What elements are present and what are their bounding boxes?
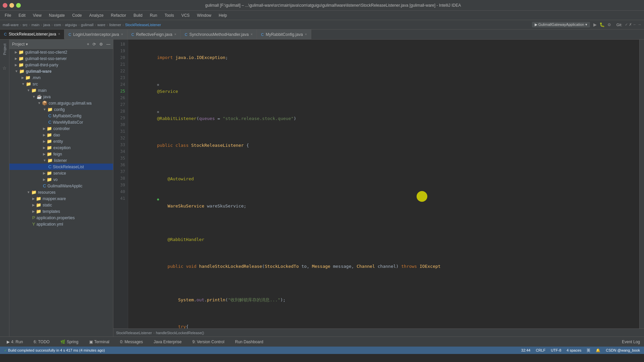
favorites-icon[interactable]: ☆ [1,64,8,72]
tree-item-com-package[interactable]: ▼ 📦 com.atguigu.gulimall.wa [9,100,113,106]
file-encoding[interactable]: UTF-8 [551,348,561,352]
menu-item-navigate[interactable]: Navigate [46,12,68,19]
debug-button[interactable]: 🐛 [599,22,605,27]
menu-item-analyze[interactable]: Analyze [86,12,107,19]
project-icon[interactable]: Project [2,42,7,56]
menu-item-run[interactable]: Run [147,12,161,19]
menu-item-code[interactable]: Code [69,12,85,19]
close-button[interactable] [3,3,7,8]
tab-reflective-feign[interactable]: C ReflectiveFeign.java × [127,29,181,39]
folder-icon: 📁 [47,171,52,176]
tab-my-rabbit-config[interactable]: C MyRabbitConfig.java × [257,29,311,39]
tree-item-application-properties[interactable]: P application.properties [9,215,113,221]
tab-label: LoginUserInterceptor.java [73,32,119,37]
tree-item-ware-mybatis-cor[interactable]: C WareMyBatisCor [9,119,113,125]
menu-item-window[interactable]: Window [194,12,215,19]
tree-item-service[interactable]: ▶ 📁 service [9,170,113,176]
tree-item-templates[interactable]: ▶ 📁 templates [9,208,113,215]
tab-synchronous-method-handler[interactable]: C SynchronousMethodHandler.java × [181,29,257,39]
menu-item-help[interactable]: Help [215,12,230,19]
tree-item-third-party[interactable]: ▶ 📁 gulimall-third-party [9,62,113,68]
run-button[interactable]: ▶ [593,22,597,27]
line-separator[interactable]: CRLF [536,348,545,352]
breadcrumb-mall-ware[interactable]: mall-ware [3,23,19,27]
java-source-icon: ☕ [37,94,42,99]
tab-close-button[interactable]: × [174,33,176,36]
folder-icon: 📁 [25,75,31,80]
maximize-button[interactable] [16,3,21,8]
tab-terminal[interactable]: ▣ Terminal [85,338,113,346]
tab-messages[interactable]: 0: Messages [116,338,147,346]
tree-item-sso-server[interactable]: ▶ 📁 gulimall-test-sso-server [9,55,113,62]
tree-label: gulimall-test-sso-client2 [25,50,67,55]
tree-item-stock-release-listener[interactable]: C StockReleaseList [9,164,113,170]
tree-item-main[interactable]: ▼ 📁 main [9,87,113,94]
tab-close-button[interactable]: × [305,33,307,36]
tree-item-application-yml[interactable]: Y application.yml [9,221,113,227]
project-add-button[interactable]: + [87,42,89,47]
tree-item-sso-client2[interactable]: ▶ 📁 gulimall-test-sso-client2 [9,49,113,55]
tab-stock-release-listener[interactable]: C StockReleaseListener.java × [0,29,64,39]
tree-item-gulimall-ware[interactable]: ▼ 📁 gulimall-ware [9,68,113,74]
project-panel: Project ▾ + ⟳ ⚙ — ▶ 📁 gulimall-test-sso-… [9,40,113,337]
code-area: 18 19 20 21 22 23 24 25 26 27 28 29 30 3… [113,40,644,328]
tab-close-button[interactable]: × [58,32,60,36]
tree-item-my-rabbit-config[interactable]: C MyRabbitConfig [9,113,113,119]
tab-version-control[interactable]: 9: Version Control [188,338,228,346]
folder-icon: 📁 [47,139,52,144]
cursor-position[interactable]: 32:44 [521,348,531,352]
breadcrumb-current[interactable]: StockReleaseListener [125,23,161,27]
tree-item-exception[interactable]: ▶ 📁 exception [9,144,113,151]
tab-java-enterprise[interactable]: Java Enterprise [150,338,185,346]
tree-item-controller[interactable]: ▶ 📁 controller [9,125,113,132]
event-log-button[interactable]: Event Log [621,338,641,346]
tab-spring[interactable]: 🌿 Spring [56,338,83,346]
tab-close-button[interactable]: × [251,33,253,36]
tab-label: ReflectiveFeign.java [136,32,172,37]
tree-item-dao[interactable]: ▶ 📁 dao [9,132,113,138]
menu-item-edit[interactable]: Edit [15,12,29,19]
tree-item-gulimall-ware-applic[interactable]: C GulimallWareApplic [9,183,113,189]
code-line-23 [128,156,639,162]
menu-item-tools[interactable]: Tools [161,12,177,19]
tree-item-mvn[interactable]: ▶ 📁 .mvn [9,74,113,81]
tree-item-entity[interactable]: ▶ 📁 entity [9,138,113,144]
project-settings-button[interactable]: ⚙ [99,42,103,47]
tree-item-static[interactable]: ▶ 📁 static [9,202,113,208]
menu-item-build[interactable]: Build [130,12,146,19]
tree-item-listener[interactable]: ▼ 📁 listener [9,157,113,164]
code-editor[interactable]: import java.io.IOException; ● @Service ●… [128,40,639,328]
git-controls[interactable]: ✓ ✗ ← → [625,22,641,27]
minimize-button[interactable] [9,3,14,8]
tree-item-mapper-ware[interactable]: ▶ 📁 mapper.ware [9,195,113,202]
tab-run-dashboard[interactable]: Run Dashboard [231,338,267,346]
bottom-panel: ▶ 4: Run 6: TODO 🌿 Spring ▣ Terminal 0: … [0,337,644,347]
notifications-icon[interactable]: 🔔 [596,348,600,353]
tab-close-button[interactable]: × [121,33,123,36]
tab-todo[interactable]: 6: TODO [30,338,54,346]
tree-label: entity [53,139,63,144]
code-line-28: public void handleStockLockedRelease(Sto… [128,250,639,277]
project-sync-button[interactable]: ⟳ [93,42,96,47]
tab-login-user-interceptor[interactable]: C LoginUserInterceptor.java × [64,29,127,39]
menu-item-file[interactable]: File [1,12,14,19]
tree-item-feign[interactable]: ▶ 📁 feign [9,151,113,157]
project-collapse-button[interactable]: — [106,42,110,47]
right-scroll-gutter[interactable] [639,40,644,328]
tab-label: StockReleaseListener.java [9,32,56,37]
tree-label: application.properties [37,216,75,220]
tree-item-vo[interactable]: ▶ 📁 vo [9,176,113,183]
menu-item-view[interactable]: View [30,12,45,19]
tab-run[interactable]: ▶ 4: Run [3,338,27,346]
tree-item-config[interactable]: ▼ 📁 config [9,106,113,113]
properties-file-icon: P [32,215,35,220]
menu-item-refactor[interactable]: Refactor [108,12,129,19]
indent-setting[interactable]: 4 spaces [567,348,581,352]
tree-item-src[interactable]: ▼ 📁 src [9,81,113,87]
settings-button[interactable]: ⚙ [607,22,611,27]
menu-item-vcs[interactable]: VCS [178,12,193,19]
tree-label: dao [53,133,60,137]
tree-item-resources[interactable]: ▼ 📁 resources [9,189,113,195]
run-config-selector[interactable]: ▶ GulimallGatewayApplication ▾ [532,22,590,27]
tree-item-java[interactable]: ▼ ☕ java [9,94,113,100]
